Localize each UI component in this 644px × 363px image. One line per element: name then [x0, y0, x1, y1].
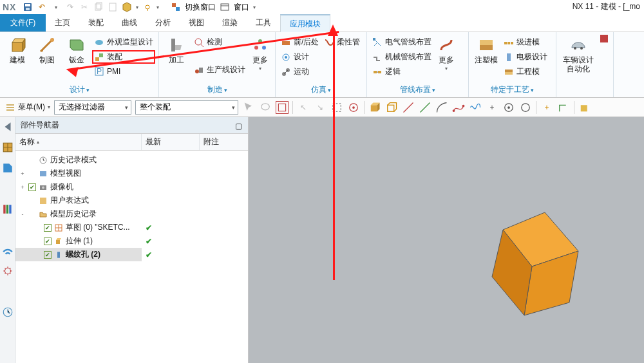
tab-file[interactable]: 文件(F): [0, 14, 46, 32]
tree-node[interactable]: 用户表达式: [15, 194, 142, 207]
touch-dd-icon[interactable]: ▾: [156, 5, 159, 10]
dashed-rect-icon[interactable]: [330, 101, 343, 114]
checkbox-icon[interactable]: ✔: [28, 183, 36, 191]
tab-analysis[interactable]: 分析: [146, 14, 180, 32]
cube-shade-icon[interactable]: [368, 101, 381, 114]
sheetmetal-button[interactable]: 钣金: [63, 33, 90, 64]
navigator-icon[interactable]: [2, 142, 14, 153]
blue-tag-icon[interactable]: [2, 162, 14, 174]
switch-window-label[interactable]: 切换窗口: [185, 2, 216, 13]
scope-combo[interactable]: 整个装配: [135, 100, 238, 115]
window-dd-icon[interactable]: ▾: [253, 5, 256, 10]
tab-assembly[interactable]: 装配: [79, 14, 113, 32]
cube-dd-icon[interactable]: ▾: [136, 5, 138, 10]
mold-button[interactable]: 注塑模: [473, 33, 500, 64]
undo-dd-icon[interactable]: ▾: [51, 2, 61, 12]
arrow-nw-icon[interactable]: ↖: [297, 101, 310, 114]
lasso-icon[interactable]: [259, 101, 272, 114]
tab-view[interactable]: 视图: [180, 14, 213, 32]
tree-node[interactable]: ✔拉伸 (1): [15, 234, 142, 248]
tree-node[interactable]: ✔草图 (0) "SKETC...: [15, 221, 142, 234]
touch-icon[interactable]: [142, 2, 153, 12]
window-label[interactable]: 窗口: [234, 2, 249, 13]
circle-dot-icon[interactable]: [502, 101, 515, 114]
col-name-label[interactable]: 名称: [19, 136, 35, 147]
modeling-button[interactable]: 建模: [4, 33, 31, 64]
tab-application[interactable]: 应用模块: [280, 14, 330, 32]
plus-icon[interactable]: +: [486, 101, 498, 114]
more-manufacture-button[interactable]: 更多▾: [249, 33, 271, 71]
viewport[interactable]: [249, 117, 644, 363]
settings-icon[interactable]: [2, 265, 14, 277]
dropdown-icon[interactable]: ▢: [235, 122, 243, 129]
tree-node[interactable]: ✔螺纹孔 (2): [15, 248, 142, 261]
shape-studio-item[interactable]: 外观造型设计: [93, 36, 155, 48]
electrical-routing-item[interactable]: 电气管线布置: [371, 36, 433, 48]
tree-node[interactable]: 历史记录模式: [15, 153, 142, 167]
line-diag-icon[interactable]: [402, 101, 415, 114]
design-sim-item[interactable]: 设计: [279, 51, 320, 63]
twist-icon[interactable]: +: [19, 184, 26, 191]
line-designer-item[interactable]: 生产线设计: [193, 64, 247, 76]
arc-icon[interactable]: [435, 101, 448, 114]
mechanical-routing-item[interactable]: 机械管线布置: [371, 51, 433, 63]
save-icon[interactable]: [23, 2, 33, 12]
tab-render[interactable]: 渲染: [213, 14, 247, 32]
redo-icon[interactable]: ↷: [65, 2, 75, 12]
corner-icon[interactable]: [557, 101, 570, 114]
sine-icon[interactable]: [469, 101, 482, 114]
books-icon[interactable]: [2, 203, 14, 215]
electrode-item[interactable]: 电极设计: [502, 51, 549, 63]
window-icon[interactable]: [220, 2, 230, 12]
arrow-left-icon[interactable]: [2, 121, 14, 133]
red-box-icon[interactable]: [599, 33, 609, 44]
orange-cube-icon[interactable]: [578, 101, 591, 114]
sort-up-icon[interactable]: ▴: [37, 139, 39, 145]
logical-routing-item[interactable]: 逻辑: [371, 66, 433, 78]
cursor-icon[interactable]: [242, 101, 255, 114]
motion-item[interactable]: 运动: [279, 66, 320, 78]
checkbox-icon[interactable]: ✔: [44, 251, 52, 259]
chevron-down-icon[interactable]: ▾: [224, 87, 227, 93]
vehicle-button[interactable]: 车辆设计 自动化: [560, 33, 596, 74]
chevron-down-icon[interactable]: ▾: [86, 87, 90, 93]
undo-icon[interactable]: ↶: [37, 2, 47, 12]
target-icon[interactable]: [347, 101, 360, 114]
twist-icon[interactable]: +: [19, 171, 26, 177]
tab-home[interactable]: 主页: [46, 14, 79, 32]
cube-wire-icon[interactable]: [385, 101, 398, 114]
tree-node[interactable]: +模型视图: [15, 167, 142, 180]
tree-node[interactable]: -模型历史记录: [15, 207, 142, 221]
history-icon[interactable]: [2, 306, 14, 318]
flex-pipe-item[interactable]: 柔性管: [323, 36, 361, 48]
col-note-label[interactable]: 附注: [200, 134, 248, 150]
circle-icon[interactable]: [519, 101, 532, 114]
filter-combo[interactable]: 无选择过滤器: [54, 100, 131, 115]
tab-curve[interactable]: 曲线: [113, 14, 146, 32]
col-new-label[interactable]: 最新: [142, 134, 200, 150]
spline-icon[interactable]: [452, 101, 465, 114]
engineering-die-item[interactable]: 工程模: [502, 66, 549, 78]
cross-icon[interactable]: +: [540, 101, 553, 114]
twist-icon[interactable]: -: [19, 211, 26, 218]
arrow-se-icon[interactable]: ↘: [314, 101, 327, 114]
tab-tools[interactable]: 工具: [247, 14, 280, 32]
drafting-button[interactable]: 制图: [33, 33, 61, 64]
checkbox-icon[interactable]: ✔: [44, 224, 52, 232]
pmi-item[interactable]: PPMI: [93, 66, 155, 77]
cube-icon[interactable]: [122, 2, 132, 12]
tree-node[interactable]: +✔摄像机: [15, 180, 142, 194]
menu-button[interactable]: 菜单(M)▾: [5, 102, 50, 113]
switch-window-icon[interactable]: [171, 2, 181, 12]
select-rect-icon[interactable]: [276, 101, 289, 114]
chevron-down-icon[interactable]: ▾: [432, 87, 435, 93]
wifi-icon[interactable]: [2, 245, 14, 256]
chevron-down-icon[interactable]: ▾: [531, 87, 534, 93]
checkbox-icon[interactable]: ✔: [44, 237, 52, 245]
model-cube[interactable]: [249, 117, 644, 363]
line-up-icon[interactable]: [419, 101, 431, 114]
progressive-die-item[interactable]: 级进模: [502, 36, 549, 48]
chevron-down-icon[interactable]: ▾: [328, 87, 331, 93]
manufacturing-button[interactable]: 加工: [163, 33, 190, 64]
more-routing-button[interactable]: 更多▾: [435, 33, 457, 71]
